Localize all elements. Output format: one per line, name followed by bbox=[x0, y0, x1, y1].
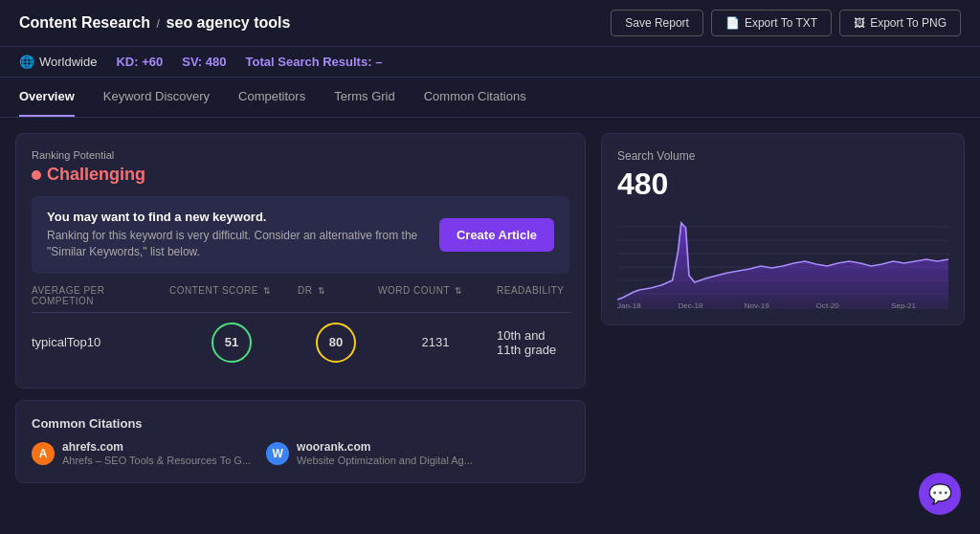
search-volume-chart: Jan-18 Dec-18 Nov-19 Oct-20 Sep-21 bbox=[617, 213, 948, 309]
citation-woorank: W woorank.com Website Optimization and D… bbox=[266, 440, 473, 467]
location-label: Worldwide bbox=[39, 55, 97, 69]
common-citations-title: Common Citations bbox=[32, 416, 569, 431]
ranking-potential-value: Challenging bbox=[32, 165, 569, 185]
dr-badge: 80 bbox=[316, 323, 356, 363]
main-content: Ranking Potential Challenging You may wa… bbox=[0, 118, 980, 534]
svg-text:Nov-19: Nov-19 bbox=[745, 302, 769, 309]
warning-box: You may want to find a new keyword. Rank… bbox=[32, 196, 569, 274]
save-report-button[interactable]: Save Report bbox=[611, 10, 703, 36]
sv-label: Search Volume bbox=[617, 149, 948, 163]
ahrefs-icon: A bbox=[32, 442, 55, 465]
tab-common-citations[interactable]: Common Citations bbox=[424, 78, 526, 117]
svg-text:Sep-21: Sep-21 bbox=[891, 302, 916, 309]
tabs: Overview Keyword Discovery Competitors T… bbox=[0, 78, 980, 118]
create-article-button[interactable]: Create Article bbox=[439, 218, 554, 252]
content-score-badge: 51 bbox=[212, 323, 252, 363]
header: Content Research / seo agency tools Save… bbox=[0, 0, 980, 47]
woorank-icon: W bbox=[266, 442, 289, 465]
svg-text:Jan-18: Jan-18 bbox=[617, 302, 641, 309]
kd-metric: KD: +60 bbox=[116, 55, 163, 69]
status-dot bbox=[32, 170, 41, 180]
page-title: seo agency tools bbox=[167, 14, 291, 31]
chat-fab[interactable]: 💬 bbox=[919, 473, 961, 515]
sub-header: 🌐 Worldwide KD: +60 SV: 480 Total Search… bbox=[0, 47, 980, 78]
chart-container: Jan-18 Dec-18 Nov-19 Oct-20 Sep-21 bbox=[617, 213, 948, 309]
warning-text: You may want to find a new keyword. Rank… bbox=[47, 210, 424, 260]
tab-overview[interactable]: Overview bbox=[19, 78, 75, 117]
file-icon: 📄 bbox=[725, 16, 740, 30]
export-txt-button[interactable]: 📄 Export To TXT bbox=[711, 10, 832, 36]
breadcrumb-prefix: Content Research bbox=[19, 14, 150, 31]
metrics-header: AVERAGE PER COMPETION CONTENT SCORE ⇅ DR… bbox=[32, 285, 569, 313]
right-panel: Search Volume 480 bbox=[601, 133, 965, 531]
sv-value: 480 bbox=[617, 167, 948, 202]
citations-list: A ahrefs.com Ahrefs – SEO Tools & Resour… bbox=[32, 440, 569, 467]
ranking-potential-label: Ranking Potential bbox=[32, 149, 569, 161]
svg-text:Oct-20: Oct-20 bbox=[816, 302, 839, 309]
image-icon: 🖼 bbox=[854, 16, 865, 30]
svg-text:Dec-18: Dec-18 bbox=[678, 302, 702, 309]
tab-competitors[interactable]: Competitors bbox=[238, 78, 305, 117]
breadcrumb: Content Research / seo agency tools bbox=[19, 14, 290, 32]
tab-keyword-discovery[interactable]: Keyword Discovery bbox=[103, 78, 210, 117]
total-results: Total Search Results: – bbox=[246, 55, 383, 69]
metrics-row: typicalTop10 51 80 2131 10th and 11th gr… bbox=[32, 313, 569, 372]
ranking-potential-card: Ranking Potential Challenging You may wa… bbox=[15, 133, 586, 389]
globe-icon: 🌐 bbox=[19, 55, 34, 69]
sv-metric: SV: 480 bbox=[182, 55, 226, 69]
location-badge[interactable]: 🌐 Worldwide bbox=[19, 55, 97, 69]
left-panel: Ranking Potential Challenging You may wa… bbox=[15, 133, 586, 531]
header-actions: Save Report 📄 Export To TXT 🖼 Export To … bbox=[611, 10, 961, 36]
metrics-table: AVERAGE PER COMPETION CONTENT SCORE ⇅ DR… bbox=[32, 285, 569, 372]
citation-ahrefs: A ahrefs.com Ahrefs – SEO Tools & Resour… bbox=[32, 440, 251, 467]
export-png-button[interactable]: 🖼 Export To PNG bbox=[839, 10, 961, 36]
common-citations-card: Common Citations A ahrefs.com Ahrefs – S… bbox=[15, 400, 586, 483]
search-volume-card: Search Volume 480 bbox=[601, 133, 965, 325]
tab-terms-grid[interactable]: Terms Grid bbox=[334, 78, 395, 117]
